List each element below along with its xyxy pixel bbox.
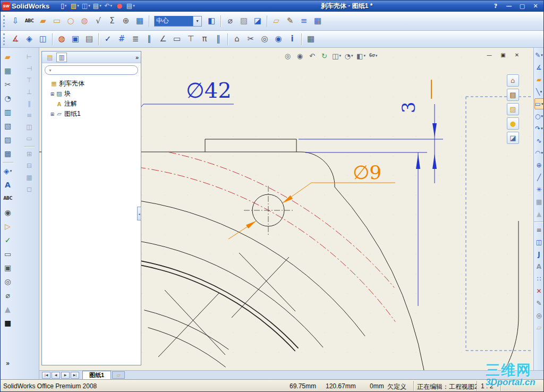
sketch-fillet-icon[interactable]: ◠▾ — [534, 147, 544, 158]
align-top-icon[interactable]: ⊤ — [23, 75, 36, 86]
snap-align-icon[interactable]: ◻ — [23, 184, 36, 194]
last-sheet-icon[interactable]: ▶| — [71, 372, 79, 379]
text-box-icon[interactable]: ▣ — [2, 261, 14, 274]
display-style-icon[interactable]: ◧▾ — [355, 51, 367, 61]
caution-triangle-icon[interactable]: ▲ — [2, 303, 14, 316]
table-icon[interactable]: ▦ — [311, 15, 324, 28]
add-sheet-tab[interactable]: ▱ — [112, 371, 125, 379]
tables-icon[interactable]: ▦ — [304, 33, 317, 46]
corner-rectangle-icon[interactable]: ▭▾ — [534, 98, 544, 109]
appearances-icon[interactable]: ● — [507, 117, 519, 130]
zoom-to-area-icon[interactable]: ◉ — [294, 51, 305, 61]
first-sheet-icon[interactable]: |◀ — [42, 372, 50, 379]
previous-sheet-icon[interactable]: ◀ — [52, 372, 60, 379]
format-paint-icon[interactable]: ▰ — [534, 74, 544, 85]
propertymanager-tab-icon[interactable]: ▥ — [56, 53, 67, 62]
magnifier-icon[interactable]: ◉ — [2, 206, 14, 219]
area-hatch-icon[interactable]: ▨ — [237, 15, 250, 28]
toolbar-drag-handle[interactable] — [3, 15, 6, 27]
next-sheet-icon[interactable]: ▶ — [61, 372, 70, 379]
angle-dimension-icon[interactable]: ∠ — [157, 33, 169, 46]
datum-feature-icon[interactable]: ▦ — [133, 15, 146, 28]
save-icon[interactable]: ◫▾ — [80, 1, 91, 11]
annotation-tool-icon[interactable]: ◈▾ — [2, 165, 14, 177]
hide-show-items-icon[interactable]: 6σ▾ — [368, 51, 379, 61]
block-icon[interactable]: ◪ — [251, 15, 264, 28]
vertical-ordinate-icon[interactable]: ≣ — [129, 33, 142, 46]
insert-model-items-icon[interactable]: ⇩ — [9, 15, 22, 28]
delete-icon[interactable]: ✕ — [534, 285, 544, 296]
align-left-icon[interactable]: ⊢ — [23, 52, 36, 62]
minimize-window-icon[interactable]: — — [505, 2, 513, 10]
featuremanager-tab-icon[interactable]: ▤ — [45, 53, 55, 62]
target-icon[interactable]: ◎ — [258, 33, 271, 46]
align-horizontal-icon[interactable]: ◫ — [23, 122, 36, 132]
print-preview-icon[interactable]: ▤ — [83, 33, 96, 46]
sketch-icon[interactable]: ✎▾ — [534, 49, 544, 61]
filter-box[interactable]: ▼ — [45, 65, 138, 75]
centerpoint-arc-icon[interactable]: ↷▾ — [534, 123, 544, 134]
print-dropdown-arrow-icon[interactable]: ▾ — [99, 4, 101, 8]
auto-balloon-icon[interactable]: ◍ — [78, 15, 91, 28]
record-macro-icon[interactable]: ● — [114, 1, 125, 11]
align-vertical-icon[interactable]: ▭ — [23, 133, 36, 144]
picture-icon[interactable]: ▧ — [2, 120, 14, 132]
check-spelling-icon[interactable]: ✓ — [2, 234, 14, 246]
trim-tool-icon[interactable]: J — [534, 249, 544, 260]
tree-item-注解[interactable]: A注解 — [43, 99, 140, 109]
align-collinear-icon[interactable]: ∥ — [143, 33, 156, 46]
space-evenly-across-icon[interactable]: ∥ — [23, 98, 36, 109]
open-document-icon[interactable]: ▨▾ — [69, 1, 80, 11]
solidworks-resources-icon[interactable]: ⌂ — [507, 74, 519, 87]
pi-symbol-icon[interactable]: π — [198, 33, 211, 46]
previous-view-icon[interactable]: ↶ — [307, 51, 318, 61]
trim-entities-icon[interactable]: ✂ — [2, 78, 14, 91]
space-evenly-down-icon[interactable]: ≡ — [23, 110, 36, 121]
line-format-icon[interactable]: ✎ — [284, 15, 296, 28]
custom-properties-icon[interactable]: ◪ — [507, 132, 519, 144]
layer-properties-icon[interactable]: ◧ — [205, 15, 218, 28]
align-bottom-icon[interactable]: ⊥ — [23, 87, 36, 97]
balloon-icon[interactable]: ○ — [64, 15, 77, 28]
model-items-icon[interactable]: ◈ — [23, 33, 36, 46]
annotation-tool-dropdown-arrow-icon[interactable]: ▾ — [10, 169, 12, 173]
panel-chevron[interactable]: » — [135, 54, 139, 61]
display-style-dropdown-arrow-icon[interactable]: ▾ — [363, 54, 366, 58]
spline-icon[interactable]: ∿ — [534, 135, 544, 146]
tree-item-块[interactable]: ⊞▨块 — [43, 89, 140, 99]
zoom-select-icon[interactable]: ◉ — [272, 33, 285, 46]
tree-item-图纸1[interactable]: ⊞▱图纸1 — [43, 109, 140, 119]
line-style-icon[interactable]: ✎ — [534, 297, 544, 309]
baseline-dimension-icon[interactable]: ◍ — [55, 33, 68, 46]
balloon-flag-icon[interactable]: ▷ — [2, 220, 14, 233]
ungroup-annotations-icon[interactable]: ⊟ — [23, 160, 36, 171]
spell-check-icon[interactable]: ABC — [23, 15, 36, 28]
border-frame-icon[interactable]: ▭ — [171, 33, 183, 46]
document-restore-icon[interactable]: ▣ — [499, 52, 507, 58]
expand-toggle-icon[interactable]: ⊞ — [49, 91, 55, 97]
dimension-diameter-42[interactable]: ∅42 — [134, 78, 234, 116]
sketch-fillet-dropdown-arrow-icon[interactable]: ▾ — [541, 151, 543, 155]
circle-dropdown-arrow-icon[interactable]: ▾ — [541, 114, 543, 118]
autodimension-icon[interactable]: ✓ — [101, 33, 114, 46]
filter-input[interactable] — [54, 67, 134, 73]
zoom-fit-icon[interactable]: ◎ — [282, 51, 293, 61]
info-icon[interactable]: i — [286, 33, 299, 46]
geometric-tolerance-icon[interactable]: ⊕ — [120, 15, 132, 28]
redraw-icon[interactable]: ↻ — [319, 51, 330, 61]
area-hatch-fill-icon[interactable]: ▨ — [2, 133, 14, 146]
trim-scissors-icon[interactable]: ✂ — [244, 33, 257, 46]
circle-compass-icon[interactable]: ◔ — [2, 92, 14, 105]
view-orientation-icon[interactable]: ◔▾ — [343, 51, 354, 61]
sheet-format-icon[interactable]: ▱ — [270, 15, 283, 28]
open-document-dropdown-arrow-icon[interactable]: ▾ — [77, 4, 79, 8]
ordinate-dimension-icon[interactable]: ▣ — [69, 33, 82, 46]
expand-toggle-icon[interactable]: ⊞ — [49, 112, 55, 117]
hatch-face-icon[interactable]: ▦ — [534, 196, 544, 207]
design-library-icon[interactable]: ▤ — [507, 89, 519, 101]
smart-dimension-sketch-icon[interactable]: ∡ — [534, 62, 544, 73]
sketch-dropdown-arrow-icon[interactable]: ▾ — [541, 53, 543, 57]
spell-abc-icon[interactable]: ABC — [2, 192, 14, 205]
section-view-icon[interactable]: ◫▾ — [331, 51, 342, 61]
edit-sheet-format-icon[interactable]: ▱ — [534, 322, 544, 333]
